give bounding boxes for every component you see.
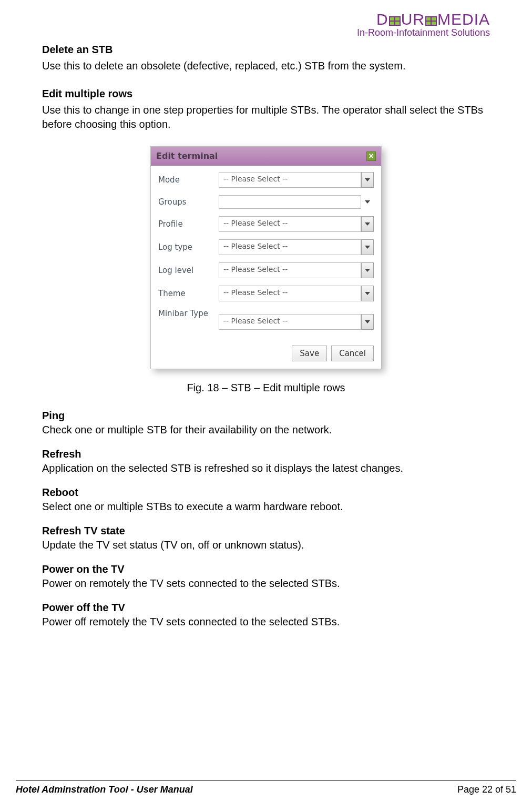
select-mode[interactable]: -- Please Select -- xyxy=(219,172,374,188)
chevron-down-icon[interactable] xyxy=(361,286,374,301)
select-log-level[interactable]: -- Please Select -- xyxy=(219,262,374,278)
select-value: -- Please Select -- xyxy=(219,239,361,255)
brand-e-icon xyxy=(389,12,401,21)
section-power-on-tv: Power on the TV Power on remotely the TV… xyxy=(42,563,490,590)
edit-terminal-dialog: Edit terminal × Mode -- Please Select --… xyxy=(150,146,382,369)
section-delete-stb: Delete an STB Use this to delete an obso… xyxy=(42,44,490,73)
chevron-down-icon[interactable] xyxy=(361,195,374,209)
svg-rect-9 xyxy=(432,22,436,25)
dialog-title: Edit terminal xyxy=(156,151,218,161)
label-theme: Theme xyxy=(158,289,219,299)
row-minibar-type: Minibar Type -- Please Select -- xyxy=(158,309,374,330)
label-log-type: Log type xyxy=(158,242,219,252)
chevron-down-icon[interactable] xyxy=(361,314,374,330)
select-value: -- Please Select -- xyxy=(219,262,361,278)
section-heading: Power on the TV xyxy=(42,563,490,575)
select-value: -- Please Select -- xyxy=(219,172,361,188)
select-value xyxy=(219,195,361,209)
footer-page-number: Page 22 of 51 xyxy=(457,784,516,795)
label-groups: Groups xyxy=(158,197,219,207)
section-body: Power off remotely the TV sets connected… xyxy=(42,615,490,628)
label-profile: Profile xyxy=(158,219,219,229)
svg-rect-7 xyxy=(432,17,436,21)
footer-doc-title: Hotel Adminstration Tool - User Manual xyxy=(16,784,193,795)
section-body: Application on the selected STB is refre… xyxy=(42,461,490,475)
dialog-header: Edit terminal × xyxy=(151,147,381,166)
section-body: Use this to delete an obsolete (defectiv… xyxy=(42,59,490,73)
brand-tagline: In-Room-Infotainment Solutions xyxy=(42,27,490,38)
chevron-down-icon[interactable] xyxy=(361,262,374,278)
section-heading: Reboot xyxy=(42,486,490,499)
section-edit-multiple: Edit multiple rows Use this to change in… xyxy=(42,88,490,131)
select-groups[interactable] xyxy=(219,195,374,209)
section-heading: Delete an STB xyxy=(42,44,490,56)
chevron-down-icon[interactable] xyxy=(361,216,374,232)
select-profile[interactable]: -- Please Select -- xyxy=(219,216,374,232)
svg-rect-3 xyxy=(390,22,394,25)
select-value: -- Please Select -- xyxy=(219,286,361,301)
section-refresh-tv-state: Refresh TV state Update the TV set statu… xyxy=(42,525,490,552)
svg-rect-6 xyxy=(426,17,431,21)
cancel-button[interactable]: Cancel xyxy=(331,346,374,361)
section-body: Select one or multiple STBs to execute a… xyxy=(42,500,490,513)
section-body: Power on remotely the TV sets connected … xyxy=(42,576,490,590)
section-reboot: Reboot Select one or multiple STBs to ex… xyxy=(42,486,490,513)
brand-letters: UR xyxy=(401,11,425,28)
row-groups: Groups xyxy=(158,195,374,209)
brand-o-icon xyxy=(425,12,437,21)
chevron-down-icon[interactable] xyxy=(361,239,374,255)
select-minibar-type[interactable]: -- Please Select -- xyxy=(219,314,374,330)
section-body: Check one or multiple STB for their avai… xyxy=(42,423,490,437)
svg-rect-2 xyxy=(395,17,400,21)
figure-caption: Fig. 18 – STB – Edit multiple rows xyxy=(42,382,490,394)
row-mode: Mode -- Please Select -- xyxy=(158,172,374,188)
svg-rect-4 xyxy=(395,22,400,25)
chevron-down-icon[interactable] xyxy=(361,172,374,188)
page-footer: Hotel Adminstration Tool - User Manual P… xyxy=(16,780,516,795)
brand-letters: MEDIA xyxy=(437,11,490,28)
section-body: Use this to change in one step propertie… xyxy=(42,103,490,131)
label-minibar-type: Minibar Type xyxy=(158,309,219,319)
select-theme[interactable]: -- Please Select -- xyxy=(219,286,374,301)
select-log-type[interactable]: -- Please Select -- xyxy=(219,239,374,255)
save-button[interactable]: Save xyxy=(292,346,327,361)
close-button[interactable]: × xyxy=(366,151,376,161)
brand-header: DURMEDIA In-Room-Infotainment Solutions xyxy=(42,11,490,38)
row-log-type: Log type -- Please Select -- xyxy=(158,239,374,255)
row-profile: Profile -- Please Select -- xyxy=(158,216,374,232)
svg-rect-8 xyxy=(426,22,431,25)
select-value: -- Please Select -- xyxy=(219,216,361,232)
label-mode: Mode xyxy=(158,175,219,185)
section-refresh: Refresh Application on the selected STB … xyxy=(42,448,490,475)
brand-letter: D xyxy=(376,11,388,28)
section-ping: Ping Check one or multiple STB for their… xyxy=(42,410,490,437)
row-theme: Theme -- Please Select -- xyxy=(158,286,374,301)
label-log-level: Log level xyxy=(158,266,219,276)
section-heading: Refresh xyxy=(42,448,490,460)
row-log-level: Log level -- Please Select -- xyxy=(158,262,374,278)
select-value: -- Please Select -- xyxy=(219,314,361,330)
section-heading: Ping xyxy=(42,410,490,422)
svg-rect-1 xyxy=(390,17,394,21)
section-body: Update the TV set status (TV on, off or … xyxy=(42,538,490,552)
section-heading: Refresh TV state xyxy=(42,525,490,537)
section-power-off-tv: Power off the TV Power off remotely the … xyxy=(42,602,490,628)
section-heading: Edit multiple rows xyxy=(42,88,490,100)
section-heading: Power off the TV xyxy=(42,602,490,614)
brand-logo: DURMEDIA xyxy=(42,11,490,28)
